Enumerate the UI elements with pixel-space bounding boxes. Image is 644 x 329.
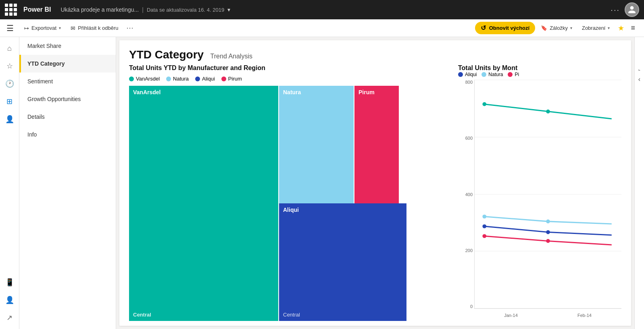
linechart-label-pi: Pi — [515, 72, 519, 77]
sidebar-icon-favorites[interactable]: ☆ — [2, 58, 18, 74]
sidebar-icon-recent[interactable]: 🕐 — [2, 76, 18, 92]
linechart-legend-natura: Natura — [481, 72, 503, 77]
menu-icon[interactable]: ☰ — [6, 23, 14, 33]
legend-dot-natura — [166, 77, 171, 81]
subscribe-label: Přihlásit k odběru — [78, 25, 118, 31]
gridline — [475, 308, 621, 308]
yaxis-0: 0 — [470, 304, 473, 309]
report-title: YTD Category — [129, 48, 204, 61]
sidebar-icon-workspace[interactable]: 👤 — [2, 292, 18, 308]
refresh-icon: ↺ — [481, 24, 486, 32]
nav-item-sentiment[interactable]: Sentiment — [19, 72, 116, 90]
list-view-button[interactable]: ≡ — [628, 24, 638, 32]
yaxis-200: 200 — [465, 248, 473, 253]
linechart-container[interactable]: 0 200 400 600 800 — [458, 80, 621, 321]
nav-label-details: Details — [27, 114, 45, 120]
legend-item-pirum: Pirum — [221, 76, 242, 82]
chart-yaxis: 0 200 400 600 800 — [458, 80, 474, 309]
collapse-panel-button[interactable]: ‹ — [634, 70, 644, 88]
favorite-button[interactable]: ★ — [615, 24, 627, 33]
svg-point-7 — [546, 239, 550, 243]
app-title: Power BI — [23, 6, 51, 13]
export-button[interactable]: ↦ Exportovat ▾ — [20, 23, 65, 34]
linechart-dot-pi — [508, 72, 513, 77]
toolbar-more-button[interactable]: ··· — [124, 24, 136, 32]
linechart-label-aliqui: Aliqui — [465, 72, 477, 77]
chevron-down-icon[interactable]: ▾ — [227, 6, 230, 13]
svg-point-0 — [482, 102, 486, 106]
nav-label-info: Info — [27, 131, 37, 138]
legend-dot-pirum — [221, 77, 226, 81]
xaxis-jan: Jan-14 — [504, 313, 518, 318]
treemap-container[interactable]: VanArsdel Central Natura Pirum Central — [129, 86, 452, 321]
treemap-aliqui-bottom: Central — [283, 312, 402, 318]
legend-dot-aliqui — [195, 77, 200, 81]
chart-area — [474, 80, 621, 309]
report-title-bar: Ukázka prodeje a marketingu... | Data se… — [60, 6, 230, 13]
nav-label-ytd-category: YTD Category — [27, 60, 65, 67]
treemap-cell-aliqui[interactable]: Aliqui Central — [279, 203, 406, 321]
topbar: Power BI Ukázka prodeje a marketingu... … — [0, 0, 644, 19]
subscribe-button[interactable]: ✉ Přihlásit k odběru — [67, 23, 122, 34]
chart-xaxis: Jan-14 Feb-14 — [474, 310, 621, 321]
legend-label-aliqui: Aliqui — [202, 76, 215, 82]
legend-label-natura: Natura — [173, 76, 189, 82]
nav-label-market-share: Market Share — [27, 43, 61, 49]
nav-item-ytd-category[interactable]: YTD Category — [19, 55, 116, 72]
user-icon — [627, 5, 636, 14]
treemap-cell-label-pirum: Pirum — [358, 89, 375, 95]
linechart-legend: Aliqui Natura Pi — [458, 72, 621, 77]
legend-item-vanarsdel: VanArsdel — [129, 76, 160, 82]
linechart-legend-pi: Pi — [508, 72, 519, 77]
linechart-dot-natura — [481, 72, 486, 77]
sidebar-icon-learn[interactable]: 📱 — [2, 274, 18, 290]
nav-item-details[interactable]: Details — [19, 108, 116, 126]
yaxis-400: 400 — [465, 192, 473, 197]
avatar[interactable] — [625, 2, 639, 17]
more-options-button[interactable]: ··· — [611, 5, 620, 14]
linechart-section: Total Units by Mont Aliqui Natura Pi — [458, 64, 621, 321]
sidebar-icon-shared[interactable]: 👤 — [2, 111, 18, 127]
report-canvas: YTD Category Trend Analysis Total Units … — [119, 40, 631, 326]
right-panel: ‹ Filtry — [634, 37, 644, 329]
linechart-label-natura: Natura — [488, 72, 503, 77]
treemap-aliqui-label: Aliqui — [283, 207, 402, 213]
report-subtitle: Trend Analysis — [210, 53, 252, 60]
report-name: Ukázka prodeje a marketingu... — [60, 6, 139, 13]
yaxis-800: 800 — [465, 80, 473, 85]
svg-point-2 — [482, 215, 486, 219]
nav-item-info[interactable]: Info — [19, 126, 116, 143]
view-chevron-icon: ▾ — [608, 26, 610, 30]
nav-item-growth-opportunities[interactable]: Growth Opportunities — [19, 90, 116, 108]
yaxis-600: 600 — [465, 136, 473, 141]
bookmarks-chevron-icon: ▾ — [570, 26, 572, 30]
linechart-title: Total Units by Mont — [458, 64, 621, 72]
refresh-label: Obnovit výchozí — [489, 25, 529, 31]
linechart-legend-aliqui: Aliqui — [458, 72, 477, 77]
sidebar-icon-external[interactable]: ↗ — [2, 310, 18, 326]
linechart-svg — [475, 80, 621, 275]
refresh-button[interactable]: ↺ Obnovit výchozí — [475, 22, 535, 34]
main-layout: ⌂ ☆ 🕐 ⊞ 👤 📱 👤 ↗ Market Share YTD Categor… — [0, 37, 644, 329]
view-button[interactable]: Zobrazení ▾ — [578, 23, 614, 33]
treemap-cell-label-natura: Natura — [283, 89, 301, 95]
charts-row: Total Units YTD by Manufacturer and Regi… — [119, 64, 631, 326]
report-header: YTD Category Trend Analysis — [119, 40, 631, 64]
nav-panel: Market Share YTD Category Sentiment Grow… — [19, 37, 116, 329]
legend-label-pirum: Pirum — [228, 76, 242, 82]
legend-item-aliqui: Aliqui — [195, 76, 215, 82]
sidebar-icon-apps[interactable]: ⊞ — [2, 93, 18, 110]
legend-dot-vanarsdel — [129, 77, 134, 81]
bookmarks-button[interactable]: 🔖 Záložky ▾ — [537, 23, 576, 33]
data-date: Data se aktualizovala 16. 4. 2019 — [147, 7, 224, 13]
nav-label-growth-opportunities: Growth Opportunities — [27, 96, 81, 102]
treemap-cell-vanarsdel[interactable]: VanArsdel Central — [129, 86, 278, 321]
nav-item-market-share[interactable]: Market Share — [19, 37, 116, 55]
grid-icon[interactable] — [5, 4, 17, 16]
bookmark-icon: 🔖 — [541, 25, 547, 31]
treemap-cell-label-vanarsdel: VanArsdel — [133, 89, 160, 95]
export-chevron-icon: ▾ — [59, 26, 61, 30]
treemap-title: Total Units YTD by Manufacturer and Regi… — [129, 64, 452, 72]
sidebar-icon-home[interactable]: ⌂ — [2, 40, 18, 56]
envelope-icon: ✉ — [71, 25, 75, 31]
